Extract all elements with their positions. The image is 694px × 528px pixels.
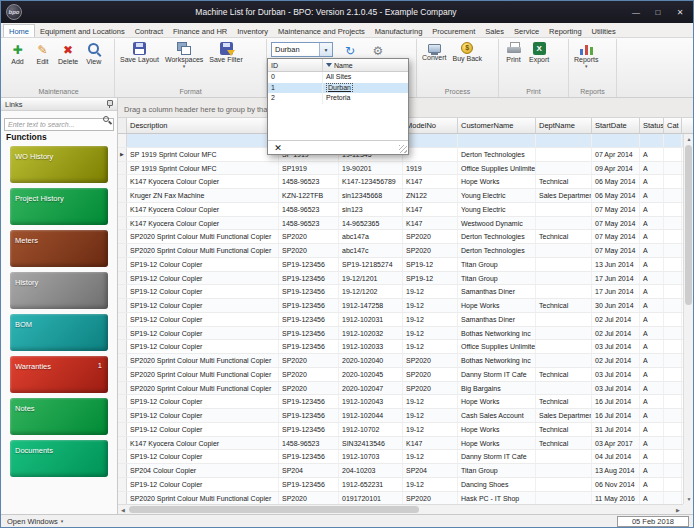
grid-cell: SP19-12 Colour Copier: [127, 450, 279, 463]
ribbon-group-caption: Reports: [571, 86, 614, 97]
grid-row[interactable]: SP2020 Sprint Colour Multi Functional Co…: [118, 382, 683, 396]
grid-row[interactable]: K147 Kyocera Colour Copier1458-9652314-9…: [118, 217, 683, 231]
function-bom[interactable]: BOM: [10, 314, 108, 351]
site-option-all-sites[interactable]: 0All Sites: [268, 72, 408, 83]
tab-inventory[interactable]: Inventory: [232, 25, 273, 37]
grid-row[interactable]: K147 Kyocera Colour Copier1458-96523SIN3…: [118, 437, 683, 451]
grid-row[interactable]: SP2020 Sprint Colour Multi Functional Co…: [118, 354, 683, 368]
open-windows-button[interactable]: Open Windows ▾: [3, 517, 67, 526]
grid-cell: SP19-12 Colour Copier: [127, 423, 279, 436]
buy-back-button[interactable]: Buy Back: [450, 40, 486, 86]
column-header-startdate[interactable]: StartDate: [592, 118, 640, 133]
grid-row[interactable]: SP19-12 Colour CopierSP19-1234561912-102…: [118, 327, 683, 341]
pin-icon[interactable]: [105, 100, 113, 109]
scroll-down-icon[interactable]: ▼: [684, 494, 693, 504]
grid-cell: Young Electric: [458, 203, 536, 216]
grid-row[interactable]: SP2020 Sprint Colour Multi Functional Co…: [118, 368, 683, 382]
grid-row[interactable]: SP19-12 Colour CopierSP19-1234561912-147…: [118, 299, 683, 313]
column-header-status[interactable]: Status: [640, 118, 664, 133]
gear-button[interactable]: [367, 40, 389, 58]
function-documents[interactable]: Documents: [10, 440, 108, 477]
grid-cell: Technical: [536, 395, 592, 408]
grid-row[interactable]: SP 1919 Sprint Colour MFCSP191919-902011…: [118, 162, 683, 176]
function-history[interactable]: History: [10, 272, 108, 309]
site-option-durban[interactable]: 1Durban: [268, 83, 408, 94]
tab-procurement[interactable]: Procurement: [427, 25, 480, 37]
grid-row[interactable]: SP19-12 Colour CopierSP19-12345619-12/12…: [118, 285, 683, 299]
function-wo-history[interactable]: WO History: [10, 146, 108, 183]
resize-grip-icon[interactable]: [399, 145, 407, 153]
grid-row[interactable]: SP19-12 Colour CopierSP19-1234561912-102…: [118, 313, 683, 327]
popup-column-id[interactable]: ID: [268, 59, 323, 71]
horizontal-scroll-thumb[interactable]: [129, 506, 419, 513]
horizontal-scrollbar[interactable]: ◀ ▶: [118, 504, 683, 514]
reports-button[interactable]: Reports▾: [571, 40, 602, 86]
grid-row[interactable]: Kruger ZN Fax MachineKZN-122TFBsin123456…: [118, 189, 683, 203]
column-header-deptname[interactable]: DeptName: [536, 118, 592, 133]
function-notes[interactable]: Notes: [10, 398, 108, 435]
column-header-description[interactable]: Description: [127, 118, 279, 133]
edit-button[interactable]: Edit: [30, 40, 55, 86]
column-header-modelno[interactable]: ModelNo: [403, 118, 458, 133]
close-button[interactable]: ✕: [669, 4, 691, 20]
grid-row[interactable]: SP19-12 Colour CopierSP19-1234561912-102…: [118, 409, 683, 423]
maximize-button[interactable]: □: [647, 4, 669, 20]
search-icon[interactable]: [103, 116, 111, 124]
column-header-customername[interactable]: CustomerName: [458, 118, 536, 133]
add-button[interactable]: Add: [5, 40, 30, 86]
grid-row[interactable]: SP19-12 Colour CopierSP19-1234561912-102…: [118, 340, 683, 354]
grid-row[interactable]: SP2020 Sprint Colour Multi Functional Co…: [118, 492, 683, 505]
vertical-scrollbar[interactable]: ▲ ▼: [683, 134, 693, 504]
function-warranties[interactable]: Warranties1: [10, 356, 108, 393]
function-meters[interactable]: Meters: [10, 230, 108, 267]
links-panel-header[interactable]: Links: [1, 98, 117, 111]
tab-contract[interactable]: Contract: [130, 25, 168, 37]
tab-equipment-and-locations[interactable]: Equipment and Locations: [35, 25, 130, 37]
save-filter-button[interactable]: Save Filter: [206, 40, 245, 86]
scroll-left-icon[interactable]: ◀: [118, 505, 128, 514]
scroll-right-icon[interactable]: ▶: [673, 505, 683, 514]
reports-label: Reports: [574, 56, 599, 63]
refresh-button[interactable]: [339, 40, 361, 58]
grid-row[interactable]: K147 Kyocera Colour Copier1458-96523K147…: [118, 175, 683, 189]
grid-cell: SP19-123456: [279, 299, 339, 312]
column-header-cat[interactable]: Cat: [664, 118, 682, 133]
tab-service[interactable]: Service: [509, 25, 544, 37]
tab-maintenance-and-projects[interactable]: Maintenance and Projects: [273, 25, 370, 37]
tab-finance-and-hr[interactable]: Finance and HR: [168, 25, 232, 37]
grid-row[interactable]: K147 Kyocera Colour Copier1458-96523sin1…: [118, 203, 683, 217]
function-project-history[interactable]: Project History: [10, 188, 108, 225]
tab-utilities[interactable]: Utilities: [587, 25, 621, 37]
search-input[interactable]: [4, 118, 114, 131]
print-button[interactable]: Print: [501, 40, 526, 86]
grid-row[interactable]: SP19-12 Colour CopierSP19-1234561912-102…: [118, 395, 683, 409]
grid-cell: 03 Jul 2014: [592, 382, 640, 395]
tab-reporting[interactable]: Reporting: [544, 25, 587, 37]
grid-row[interactable]: SP204 Colour CopierSP204204-10203SP204Ti…: [118, 464, 683, 478]
view-button[interactable]: View: [81, 40, 106, 86]
grid-row[interactable]: SP2020 Sprint Colour Multi Functional Co…: [118, 244, 683, 258]
save-layout-button[interactable]: Save Layout: [117, 40, 162, 86]
clear-filter-button[interactable]: ✕: [272, 143, 284, 153]
convert-button[interactable]: Convert: [419, 40, 450, 86]
tab-sales[interactable]: Sales: [480, 25, 509, 37]
export-button[interactable]: Export: [526, 40, 552, 86]
grid-row[interactable]: SP2020 Sprint Colour Multi Functional Co…: [118, 230, 683, 244]
grid-row[interactable]: SP19-12 Colour CopierSP19-1234561912-107…: [118, 423, 683, 437]
grid-row[interactable]: SP19-12 Colour CopierSP19-123456SP19-121…: [118, 258, 683, 272]
popup-column-name[interactable]: Name: [323, 59, 408, 71]
workspaces-button[interactable]: Workspaces▾: [162, 40, 206, 86]
delete-button[interactable]: Delete: [55, 40, 81, 86]
grid-row[interactable]: SP19-12 Colour CopierSP19-12345619-12/12…: [118, 272, 683, 286]
scroll-up-icon[interactable]: ▲: [684, 134, 693, 144]
tab-manufacturing[interactable]: Manufacturing: [370, 25, 428, 37]
grid-cell: [664, 340, 682, 353]
site-option-pretoria[interactable]: 2Pretoria: [268, 93, 408, 104]
grid-row[interactable]: SP19-12 Colour CopierSP19-1234561912-652…: [118, 478, 683, 492]
grid-row[interactable]: SP19-12 Colour CopierSP19-1234561912-107…: [118, 450, 683, 464]
site-selector-dropdown-button[interactable]: ▼: [319, 43, 332, 56]
minimize-button[interactable]: —: [625, 4, 647, 20]
vertical-scroll-thumb[interactable]: [685, 145, 692, 305]
site-selector[interactable]: Durban▼: [271, 42, 333, 57]
tab-home[interactable]: Home: [3, 24, 35, 37]
